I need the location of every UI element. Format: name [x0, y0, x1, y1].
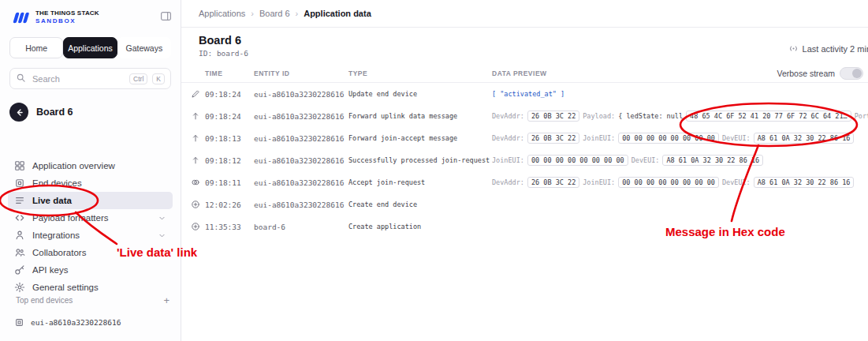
collaborators-icon: [14, 247, 25, 258]
event-entity-id: eui-a8610a3230228616: [254, 200, 348, 209]
event-entity-id: eui-a8610a3230228616: [254, 178, 348, 187]
event-entity-id: eui-a8610a3230228616: [254, 134, 348, 143]
sidebar-item-payload-formatters[interactable]: Payload formatters: [8, 209, 173, 227]
breadcrumb-applications[interactable]: Applications: [199, 9, 245, 18]
gear-icon: [14, 282, 25, 293]
sidebar-item-end-devices[interactable]: End devices: [8, 174, 173, 192]
application-name: Board 6: [36, 107, 73, 118]
sidebar-item-live-data[interactable]: Live data: [8, 192, 173, 209]
preview-label: JoinEUI:: [583, 178, 615, 186]
event-row[interactable]: 11:35:33board-6Create application: [181, 215, 868, 238]
preview-label: DevAddr:: [492, 178, 524, 186]
live-activity-icon: [788, 43, 799, 55]
event-time: 11:35:33: [205, 223, 254, 231]
column-type: TYPE: [348, 69, 492, 77]
preview-badge: 26 0B 3C 22: [527, 111, 579, 122]
breadcrumb-board-6[interactable]: Board 6: [259, 9, 290, 18]
device-icon: [14, 317, 24, 328]
tab-applications[interactable]: Applications: [63, 37, 117, 58]
event-row[interactable]: 09:18:13eui-a8610a3230228616Forward join…: [181, 127, 868, 149]
preview-label: JoinEUI:: [583, 134, 615, 142]
sidebar-item-label: API keys: [32, 265, 68, 275]
preview-label: DevAddr:: [492, 134, 524, 142]
event-row[interactable]: 12:02:26eui-a8610a3230228616Create end d…: [181, 193, 868, 215]
preview-plain: { ledState: null: [618, 112, 683, 120]
event-row[interactable]: 09:18:12eui-a8610a3230228616Successfully…: [181, 149, 868, 171]
event-type: Forward uplink data message: [348, 112, 492, 120]
event-row[interactable]: 09:18:11eui-a8610a3230228616Accept join-…: [181, 171, 868, 193]
preview-label: Port: 1: [855, 112, 868, 120]
last-activity: Last activity 2 min: [788, 40, 868, 58]
end-device-link[interactable]: eui-a8610a3230228616: [8, 313, 173, 332]
sidebar-item-application-overview[interactable]: Application overview: [8, 157, 173, 174]
preview-label: DevEUI:: [631, 156, 660, 164]
sidebar-collapse-button[interactable]: [158, 10, 173, 24]
preview-code: [ "activated_at" ]: [492, 90, 564, 98]
event-entity-id: eui-a8610a3230228616: [254, 112, 348, 121]
event-time: 09:18:11: [205, 178, 254, 187]
event-time: 09:18:13: [205, 134, 254, 143]
application-id: ID: board-6: [199, 49, 248, 58]
event-entity-id: eui-a8610a3230228616: [254, 90, 348, 99]
title-row: Board 6 ID: board-6 Last activity 2 min: [181, 28, 868, 58]
toggle-knob: [852, 69, 862, 78]
pencil-icon: [191, 89, 205, 99]
event-row[interactable]: 09:18:24eui-a8610a3230228616Forward upli…: [181, 105, 868, 127]
search-box[interactable]: Ctrl K: [9, 68, 171, 89]
sidebar-item-collaborators[interactable]: Collaborators: [8, 244, 173, 261]
tts-console-page: THE THINGS STACK SANDBOX HomeApplication…: [0, 0, 868, 341]
back-button[interactable]: [9, 103, 28, 122]
end-devices-icon: [14, 178, 25, 189]
sidebar-item-label: Application overview: [32, 161, 115, 170]
sidebar-item-label: End devices: [32, 178, 82, 188]
page-title: Board 6: [199, 34, 248, 47]
shortcut-key-k: K: [152, 73, 165, 84]
join-accept-icon: [191, 178, 205, 187]
sidebar-item-api-keys[interactable]: API keys: [8, 261, 173, 279]
uplink-icon: [191, 156, 205, 165]
application-header-row: Board 6: [9, 103, 73, 122]
verbose-stream-toggle[interactable]: [840, 67, 863, 80]
sidebar-item-label: Integrations: [32, 230, 80, 240]
breadcrumb-separator: ›: [251, 9, 254, 18]
preview-badge: A8 61 0A 32 30 22 86 16: [662, 155, 763, 166]
logo-subtitle: SANDBOX: [35, 17, 99, 25]
event-type: Forward join-accept message: [348, 134, 492, 142]
sidebar-item-label: Live data: [32, 196, 72, 205]
search-input[interactable]: [31, 73, 125, 84]
chevron-down-icon: [158, 214, 166, 223]
event-row[interactable]: 09:18:24eui-a8610a3230228616Update end d…: [181, 83, 868, 105]
event-time: 12:02:26: [205, 200, 254, 209]
preview-badge: 48 65 4C 6F 52 41 20 77 6F 72 6C 64 21…: [686, 111, 851, 122]
breadcrumb-separator: ›: [296, 9, 299, 18]
sidebar-item-integrations[interactable]: Integrations: [8, 227, 173, 244]
preview-label: DevEUI:: [722, 134, 751, 142]
sidebar-item-label: Payload formatters: [32, 213, 109, 223]
logo-row: THE THINGS STACK SANDBOX: [9, 6, 173, 28]
verbose-stream-control: Verbose stream: [777, 64, 863, 82]
event-data-preview: DevAddr:26 0B 3C 22Payload:{ ledState: n…: [492, 111, 868, 122]
tab-gateways[interactable]: Gateways: [117, 37, 171, 58]
verbose-stream-label: Verbose stream: [777, 69, 835, 78]
add-end-device-button[interactable]: +: [163, 295, 170, 305]
integrations-icon: [14, 230, 25, 241]
event-data-preview: [ "activated_at" ]: [492, 90, 868, 98]
create-icon: [191, 200, 205, 209]
api-keys-icon: [14, 264, 25, 275]
top-end-devices-label: Top end devices: [16, 296, 73, 305]
tab-home[interactable]: Home: [9, 37, 63, 58]
sidebar: THE THINGS STACK SANDBOX HomeApplication…: [0, 0, 181, 341]
table-header: TIME ENTITY ID TYPE DATA PREVIEW Verbose…: [181, 64, 868, 83]
event-rows: 09:18:24eui-a8610a3230228616Update end d…: [181, 83, 868, 238]
preview-badge: 00 00 00 00 00 00 00 00: [527, 155, 628, 166]
tts-logo-icon[interactable]: [9, 11, 30, 24]
sidebar-item-general-settings[interactable]: General settings: [8, 279, 173, 296]
preview-label: DevAddr:: [492, 112, 524, 120]
preview-badge: 26 0B 3C 22: [527, 133, 579, 144]
shortcut-key-ctrl: Ctrl: [129, 73, 147, 84]
event-type: Create application: [348, 223, 492, 230]
chevron-down-icon: [158, 231, 166, 240]
event-time: 09:18:24: [205, 90, 254, 99]
uplink-icon: [191, 111, 205, 121]
sidebar-item-label: Collaborators: [32, 248, 86, 257]
